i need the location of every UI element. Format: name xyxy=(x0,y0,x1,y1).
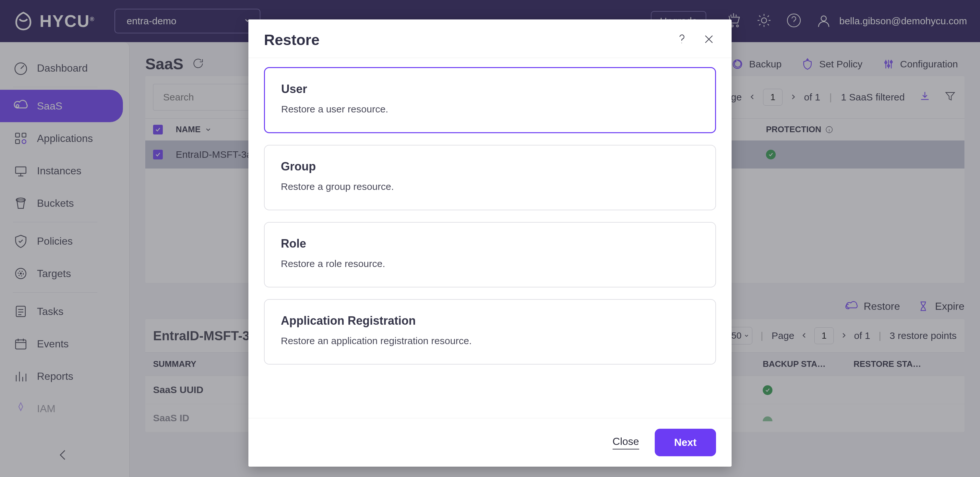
close-button[interactable]: Close xyxy=(612,436,639,450)
option-title: User xyxy=(281,82,699,96)
modal-overlay: Restore User Restore a user resource. Gr… xyxy=(0,0,980,477)
modal-help-button[interactable] xyxy=(675,32,689,48)
restore-option-group[interactable]: Group Restore a group resource. xyxy=(264,145,716,210)
option-title: Group xyxy=(281,160,699,173)
modal-footer: Close Next xyxy=(248,418,732,467)
restore-option-role[interactable]: Role Restore a role resource. xyxy=(264,222,716,287)
modal-body: User Restore a user resource. Group Rest… xyxy=(248,58,732,418)
restore-option-user[interactable]: User Restore a user resource. xyxy=(264,67,716,133)
modal-title: Restore xyxy=(264,31,320,49)
restore-option-app-registration[interactable]: Application Registration Restore an appl… xyxy=(264,299,716,364)
next-button[interactable]: Next xyxy=(655,429,716,456)
option-desc: Restore a user resource. xyxy=(281,104,699,115)
restore-modal: Restore User Restore a user resource. Gr… xyxy=(248,19,732,467)
option-desc: Restore a role resource. xyxy=(281,258,699,269)
option-title: Role xyxy=(281,237,699,250)
option-desc: Restore an application registration reso… xyxy=(281,335,699,346)
modal-close-button[interactable] xyxy=(702,32,716,48)
modal-header: Restore xyxy=(248,19,732,58)
option-title: Application Registration xyxy=(281,314,699,328)
option-desc: Restore a group resource. xyxy=(281,181,699,192)
